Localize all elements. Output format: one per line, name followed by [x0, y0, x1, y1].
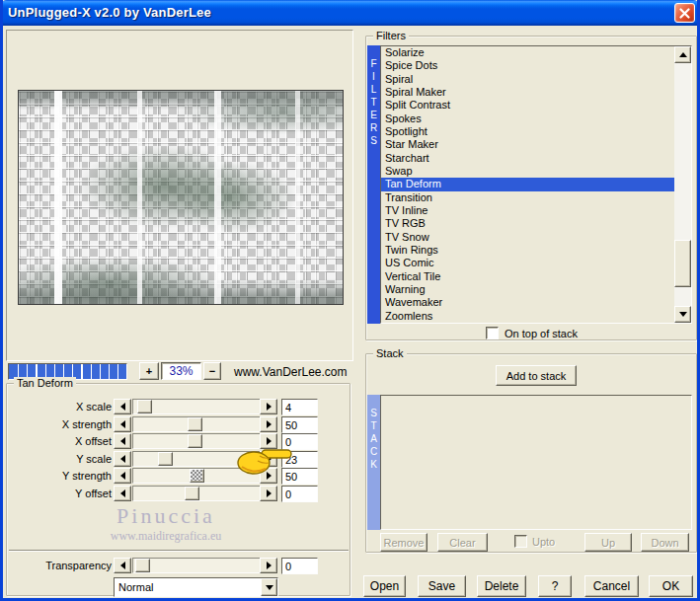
left-triangle-icon: [120, 472, 125, 480]
filters-group-label: Filters: [373, 30, 409, 41]
slider-value-input[interactable]: [281, 416, 318, 433]
transparency-track[interactable]: [132, 558, 261, 573]
scrollbar-thumb[interactable]: [674, 240, 691, 287]
slider-left-arrow[interactable]: [114, 399, 131, 414]
filter-item[interactable]: Transition: [381, 191, 674, 204]
add-to-stack-button[interactable]: Add to stack: [496, 365, 577, 386]
save-button[interactable]: Save: [418, 575, 466, 597]
filters-strip-letter: L: [371, 83, 377, 96]
slider-right-arrow[interactable]: [260, 558, 277, 573]
transparency-value-input[interactable]: [281, 558, 318, 574]
slider-track[interactable]: [132, 451, 261, 467]
filter-item[interactable]: Vertical Tile: [381, 270, 674, 283]
help-button[interactable]: ?: [538, 575, 572, 597]
slider-track[interactable]: [132, 486, 261, 501]
filter-scrollbar[interactable]: [674, 46, 691, 323]
stack-strip-letter: C: [370, 445, 377, 458]
slider-right-arrow[interactable]: [260, 433, 277, 449]
slider-label: Y strength: [13, 468, 112, 482]
open-button[interactable]: Open: [363, 575, 406, 597]
slider-thumb[interactable]: [185, 487, 199, 500]
filter-item[interactable]: Wavemaker: [381, 296, 674, 309]
slider-right-arrow[interactable]: [260, 486, 277, 501]
zoom-in-button[interactable]: +: [139, 362, 159, 380]
right-triangle-icon: [267, 455, 272, 463]
filter-item[interactable]: TV RGB: [381, 217, 674, 230]
slider-track[interactable]: [132, 399, 261, 414]
slider-left-arrow[interactable]: [114, 486, 131, 501]
vanderlee-link[interactable]: www.VanDerLee.com: [234, 365, 348, 379]
remove-button[interactable]: Remove: [380, 533, 428, 552]
slider-track[interactable]: [132, 416, 261, 432]
upto-checkbox[interactable]: [514, 535, 527, 548]
filter-item[interactable]: Star Maker: [381, 138, 674, 151]
slider-left-arrow[interactable]: [114, 433, 131, 449]
slider-left-arrow[interactable]: [114, 468, 131, 484]
filter-item[interactable]: Swap: [381, 165, 674, 178]
slider-thumb[interactable]: [188, 434, 202, 448]
watermark-name: Pinuccia: [16, 503, 316, 529]
blend-mode-dropdown[interactable]: Normal: [114, 577, 278, 597]
on-top-of-stack-checkbox[interactable]: [486, 327, 499, 339]
slider-thumb[interactable]: [190, 469, 204, 483]
left-triangle-icon: [120, 562, 125, 569]
slider-track[interactable]: [132, 433, 261, 449]
up-triangle-icon: [679, 52, 687, 57]
right-triangle-icon: [267, 472, 272, 480]
filter-item[interactable]: Solarize: [381, 46, 674, 59]
filter-item[interactable]: Spiral: [381, 73, 674, 86]
slider-left-arrow[interactable]: [114, 416, 131, 432]
slider-thumb[interactable]: [158, 452, 173, 466]
filter-item[interactable]: Starchart: [381, 152, 674, 165]
dropdown-button[interactable]: [261, 578, 277, 596]
slider-right-arrow[interactable]: [260, 468, 277, 484]
scroll-up-button[interactable]: [674, 46, 691, 63]
filter-item[interactable]: TV Inline: [381, 204, 674, 217]
filter-item[interactable]: US Comic: [381, 257, 674, 269]
scroll-down-button[interactable]: [674, 306, 691, 323]
watermark-site: www.maidiregrafica.eu: [16, 529, 316, 544]
title-bar[interactable]: UnPlugged-X v2.0 by VanDerLee: [0, 0, 700, 26]
preview-image[interactable]: [18, 90, 344, 305]
filter-item[interactable]: Tan Deform: [381, 178, 674, 190]
close-button[interactable]: [674, 3, 695, 23]
slider-value-input[interactable]: [281, 399, 318, 415]
slider-right-arrow[interactable]: [260, 451, 277, 467]
clear-button[interactable]: Clear: [437, 533, 488, 552]
filter-item[interactable]: TV Snow: [381, 231, 674, 244]
slider-right-arrow[interactable]: [260, 416, 277, 432]
slider-thumb[interactable]: [137, 400, 152, 413]
window-title: UnPlugged-X v2.0 by VanDerLee: [8, 5, 211, 20]
slider-left-arrow[interactable]: [114, 558, 131, 573]
right-triangle-icon: [267, 562, 272, 569]
left-triangle-icon: [120, 403, 125, 411]
slider-value-input[interactable]: [281, 451, 318, 468]
stack-listbox[interactable]: [380, 395, 692, 530]
slider-value-input[interactable]: [281, 433, 318, 450]
slider-value-input[interactable]: [281, 486, 318, 502]
upto-label: Upto: [532, 536, 555, 548]
slider-thumb[interactable]: [188, 417, 202, 431]
slider-value-input[interactable]: [281, 468, 318, 485]
slider-left-arrow[interactable]: [114, 451, 131, 467]
filter-item[interactable]: Spotlight: [381, 125, 674, 138]
stack-group-label: Stack: [373, 347, 407, 359]
up-button[interactable]: Up: [584, 533, 632, 552]
filter-item[interactable]: Zoomlens: [381, 310, 674, 323]
transparency-thumb[interactable]: [135, 559, 150, 572]
right-triangle-icon: [267, 403, 272, 411]
slider-track[interactable]: [132, 468, 261, 484]
cancel-button[interactable]: Cancel: [584, 575, 639, 597]
down-button[interactable]: Down: [641, 533, 689, 552]
filter-item[interactable]: Spiral Maker: [381, 86, 674, 99]
filter-item[interactable]: Spokes: [381, 113, 674, 125]
delete-button[interactable]: Delete: [477, 575, 526, 597]
filter-item[interactable]: Twin Rings: [381, 244, 674, 257]
slider-right-arrow[interactable]: [260, 399, 277, 414]
ok-button[interactable]: OK: [649, 575, 693, 597]
filter-item[interactable]: Split Contrast: [381, 99, 674, 112]
zoom-out-button[interactable]: −: [203, 362, 221, 380]
filter-item[interactable]: Spice Dots: [381, 59, 674, 72]
filter-item[interactable]: Warning: [381, 283, 674, 296]
stack-strip-letter: T: [370, 419, 376, 432]
